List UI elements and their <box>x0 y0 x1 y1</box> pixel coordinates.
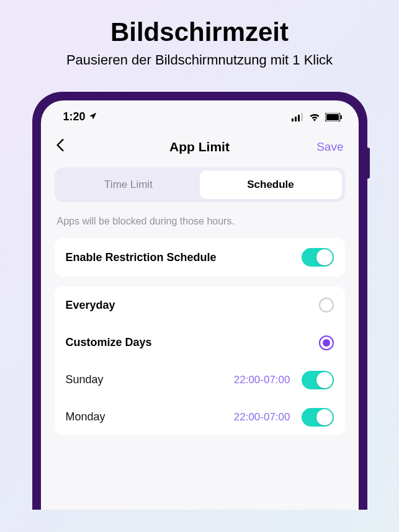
enable-schedule-label: Enable Restriction Schedule <box>66 251 217 264</box>
option-customize-label: Customize Days <box>66 336 152 349</box>
description-text: Apps will be blocked during those hours. <box>41 202 359 238</box>
option-customize-row[interactable]: Customize Days <box>66 324 334 361</box>
svg-rect-5 <box>326 114 339 120</box>
screen: 1:20 App Limit S <box>41 100 359 510</box>
svg-rect-0 <box>292 118 294 122</box>
svg-rect-3 <box>301 113 303 122</box>
day-label: Sunday <box>66 373 104 386</box>
day-time[interactable]: 22:00-07:00 <box>234 411 290 423</box>
device-frame: 1:20 App Limit S <box>32 92 367 510</box>
day-time[interactable]: 22:00-07:00 <box>234 374 290 386</box>
location-icon <box>89 110 97 123</box>
day-row-sunday: Sunday 22:00-07:00 <box>66 361 334 398</box>
segmented-control: Time Limit Schedule <box>55 167 345 202</box>
save-button[interactable]: Save <box>312 140 343 154</box>
option-everyday-row[interactable]: Everyday <box>66 286 334 324</box>
option-everyday-label: Everyday <box>66 299 115 312</box>
back-button[interactable] <box>56 137 87 156</box>
enable-schedule-card: Enable Restriction Schedule <box>55 238 345 277</box>
marketing-title: Bildschirmzeit <box>110 17 289 47</box>
tab-time-limit[interactable]: Time Limit <box>58 171 200 199</box>
page-title: App Limit <box>169 140 230 154</box>
day-row-monday: Monday 22:00-07:00 <box>66 398 334 435</box>
radio-customize[interactable] <box>319 335 334 350</box>
day-toggle-sunday[interactable] <box>302 371 334 389</box>
wifi-icon <box>309 113 320 122</box>
status-time: 1:20 <box>63 110 86 123</box>
tab-schedule[interactable]: Schedule <box>200 171 342 199</box>
schedule-options-card: Everyday Customize Days Sunday 22:00-07:… <box>55 286 345 435</box>
marketing-subtitle: Pausieren der Bildschirmnutzung mit 1 Kl… <box>66 52 333 68</box>
svg-rect-1 <box>295 117 297 122</box>
enable-schedule-toggle[interactable] <box>302 248 334 267</box>
battery-icon <box>325 113 343 122</box>
status-bar: 1:20 <box>41 100 359 131</box>
nav-bar: App Limit Save <box>41 131 359 167</box>
day-label: Monday <box>66 410 105 423</box>
signal-icon <box>292 113 304 122</box>
radio-everyday[interactable] <box>319 298 334 313</box>
day-toggle-monday[interactable] <box>302 408 334 427</box>
svg-rect-6 <box>341 115 342 119</box>
svg-rect-2 <box>298 115 300 122</box>
